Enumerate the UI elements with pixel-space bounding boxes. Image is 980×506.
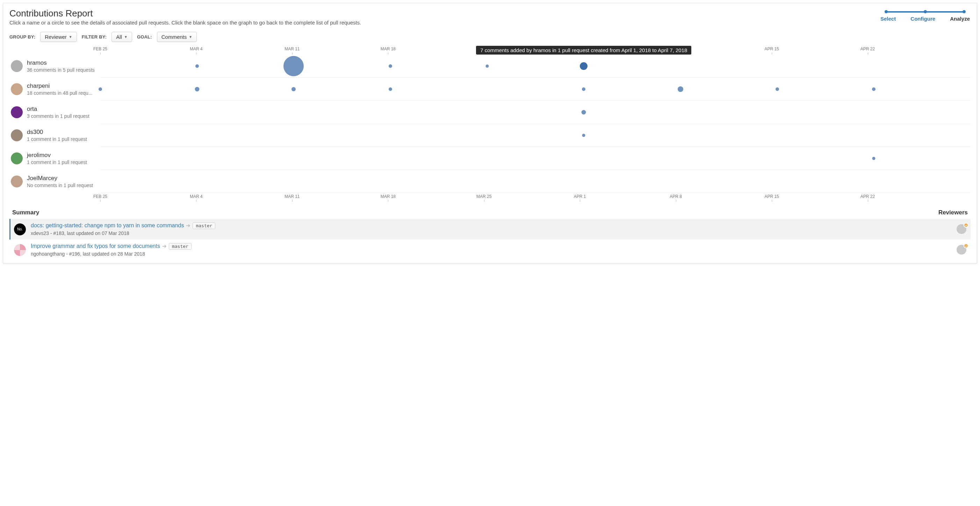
axis-tick-label: APR 22 — [861, 46, 875, 51]
stepper-step-configure[interactable]: Configure — [910, 16, 935, 22]
contributor-jerolimov[interactable]: jerolimov1 comment in 1 pull request — [10, 152, 87, 165]
arrow-right-icon: ➔ — [186, 222, 191, 228]
avatar — [11, 129, 23, 141]
avatar — [11, 83, 23, 95]
contributor-name: charpeni — [27, 83, 92, 89]
axis-tick-label: APR 15 — [764, 46, 779, 51]
contribution-bubble[interactable] — [872, 156, 875, 160]
contributor-joelmarcey[interactable]: JoelMarceyNo comments in 1 pull request — [10, 175, 93, 188]
contribution-bubble[interactable] — [485, 64, 488, 67]
goal-dropdown[interactable]: Comments ▼ — [157, 32, 197, 42]
review-status-pending-icon — [964, 243, 969, 248]
axis-tick-label: MAR 4 — [190, 46, 203, 51]
goal-label: GOAL: — [137, 34, 152, 40]
stepper: SelectConfigureAnalyze — [880, 9, 970, 22]
axis-tick-label: APR 1 — [574, 194, 586, 199]
pr-subtitle: ngohoangthang - #196, last updated on 28… — [31, 251, 952, 257]
branch-badge: master — [192, 222, 215, 229]
contribution-bubble[interactable] — [291, 87, 296, 91]
stepper-dot — [885, 10, 888, 13]
avatar — [11, 176, 23, 187]
pr-title-link[interactable]: Improve grammar and fix typos for some d… — [31, 243, 160, 249]
stepper-dot — [924, 10, 927, 13]
contributor-summary: 18 comments in 48 pull requ... — [27, 90, 92, 96]
contribution-bubble[interactable] — [678, 86, 683, 92]
axis-tick-label: MAR 25 — [476, 194, 492, 199]
contributor-name: orta — [27, 105, 89, 113]
stepper-step-analyze: Analyze — [950, 16, 970, 22]
contributor-name: ds300 — [27, 129, 87, 136]
contribution-bubble[interactable] — [582, 110, 586, 114]
pr-title-link[interactable]: docs: getting-started: change npm to yar… — [31, 222, 184, 228]
summary-header: Summary — [12, 209, 39, 216]
axis-tick-label: MAR 4 — [190, 194, 203, 199]
pull-request-row[interactable]: No.docs: getting-started: change npm to … — [10, 219, 970, 239]
avatar — [11, 152, 23, 164]
chevron-down-icon: ▼ — [69, 35, 72, 39]
axis-tick-label: APR 15 — [764, 194, 779, 199]
contributor-name: hramos — [27, 59, 95, 67]
contribution-bubble[interactable] — [283, 56, 304, 76]
filter-by-dropdown[interactable]: All ▼ — [111, 32, 132, 42]
contribution-bubble[interactable] — [580, 62, 587, 70]
contributor-summary: No comments in 1 pull request — [27, 182, 93, 188]
axis-tick-label: MAR 18 — [380, 194, 396, 199]
group-by-value: Reviewer — [45, 34, 67, 40]
review-status-pending-icon — [964, 223, 969, 228]
contributor-summary: 36 comments in 5 pull requests — [27, 67, 95, 73]
reviewer-avatar[interactable] — [956, 224, 967, 235]
pr-author-avatar — [14, 244, 26, 256]
stepper-step-select[interactable]: Select — [880, 16, 896, 22]
avatar — [11, 106, 23, 118]
chart-tooltip: 7 comments added by hramos in 1 pull req… — [476, 46, 691, 54]
axis-tick-label: APR 22 — [861, 194, 875, 199]
contribution-bubble[interactable] — [776, 88, 779, 91]
branch-badge: master — [169, 243, 191, 250]
avatar — [11, 60, 23, 72]
contributor-summary: 1 comment in 1 pull request — [27, 160, 87, 165]
contributor-charpeni[interactable]: charpeni18 comments in 48 pull requ... — [10, 83, 92, 96]
stepper-dot — [963, 10, 966, 13]
filter-by-label: FILTER BY: — [82, 34, 107, 40]
group-by-label: GROUP BY: — [10, 34, 35, 40]
contribution-bubble[interactable] — [195, 87, 199, 91]
arrow-right-icon: ➔ — [162, 243, 167, 249]
contributor-summary: 3 comments in 1 pull request — [27, 113, 89, 119]
contribution-chart[interactable]: hramos36 comments in 5 pull requestschar… — [10, 45, 970, 202]
filter-by-value: All — [116, 34, 122, 40]
pr-author-avatar: No. — [14, 223, 26, 235]
chevron-down-icon: ▼ — [124, 35, 127, 39]
contribution-bubble[interactable] — [196, 64, 199, 68]
contribution-bubble[interactable] — [389, 64, 392, 68]
axis-tick-label: MAR 11 — [285, 46, 299, 51]
contribution-bubble[interactable] — [582, 88, 585, 91]
axis-tick-label: FEB 25 — [93, 46, 107, 51]
axis-tick-label: APR 8 — [670, 194, 682, 199]
contribution-bubble[interactable] — [582, 134, 585, 137]
contributor-hramos[interactable]: hramos36 comments in 5 pull requests — [10, 59, 95, 73]
pull-request-row[interactable]: Improve grammar and fix typos for some d… — [10, 239, 970, 260]
contributor-name: JoelMarcey — [27, 175, 93, 182]
reviewers-header: Reviewers — [939, 209, 968, 216]
pr-subtitle: xdevs23 - #183, last updated on 07 Mar 2… — [31, 230, 952, 236]
contributor-summary: 1 comment in 1 pull request — [27, 136, 87, 142]
goal-value: Comments — [161, 34, 187, 40]
group-by-dropdown[interactable]: Reviewer ▼ — [40, 32, 76, 42]
page-title: Contributions Report — [10, 8, 361, 19]
axis-tick-label: MAR 18 — [380, 46, 396, 51]
axis-tick-label: FEB 25 — [93, 194, 107, 199]
contribution-bubble[interactable] — [99, 88, 102, 91]
axis-tick-label: MAR 11 — [285, 194, 299, 199]
contributor-orta[interactable]: orta3 comments in 1 pull request — [10, 105, 89, 119]
reviewer-avatar[interactable] — [956, 245, 967, 255]
contributor-ds300[interactable]: ds3001 comment in 1 pull request — [10, 129, 87, 142]
page-subtitle: Click a name or a circle to see the deta… — [10, 19, 361, 26]
contributor-name: jerolimov — [27, 152, 87, 159]
chevron-down-icon: ▼ — [189, 35, 192, 39]
contribution-bubble[interactable] — [389, 88, 392, 91]
contribution-bubble[interactable] — [872, 88, 875, 91]
